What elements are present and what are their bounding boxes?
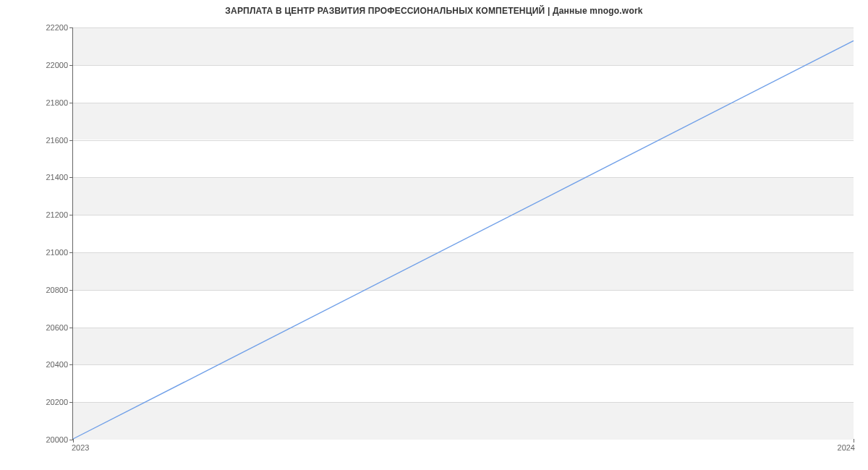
plot-area: 2023 2024	[72, 27, 854, 440]
y-tick-label: 21400	[3, 173, 68, 181]
y-tick-label: 20600	[3, 323, 68, 332]
y-tick-label: 21000	[3, 248, 68, 257]
y-tick-label: 21200	[3, 210, 68, 219]
y-tick-label: 20000	[3, 435, 68, 444]
y-tick-label: 22200	[3, 23, 68, 32]
x-tick-mark	[854, 439, 854, 443]
chart: ЗАРПЛАТА В ЦЕНТР РАЗВИТИЯ ПРОФЕССИОНАЛЬН…	[0, 0, 868, 470]
line-series	[73, 27, 854, 439]
y-tick-label: 21800	[3, 98, 68, 107]
x-tick-label: 2023	[72, 443, 89, 452]
y-tick-label: 21600	[3, 136, 68, 145]
y-tick-label: 22000	[3, 61, 68, 69]
x-tick-label: 2024	[838, 443, 855, 452]
chart-title: ЗАРПЛАТА В ЦЕНТР РАЗВИТИЯ ПРОФЕССИОНАЛЬН…	[0, 6, 868, 16]
svg-line-0	[73, 40, 854, 439]
x-tick-mark	[73, 439, 74, 443]
y-tick-label: 20400	[3, 360, 68, 369]
y-tick-label: 20800	[3, 286, 68, 294]
y-tick-label: 20200	[3, 398, 68, 406]
